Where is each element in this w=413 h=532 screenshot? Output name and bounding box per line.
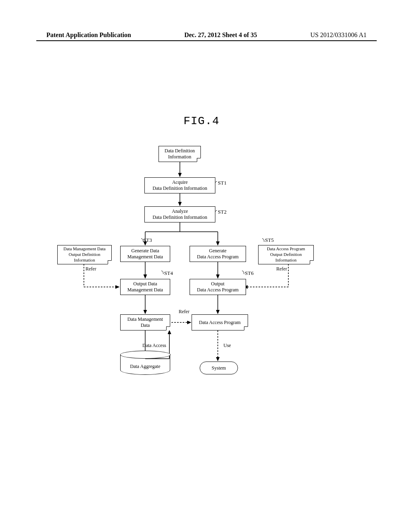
node-access-prog: Data Access Program <box>192 314 248 330</box>
node-label: Generate DataManagement Data <box>127 248 163 260</box>
doc-fold-icon <box>244 326 248 330</box>
node-label: GenerateData Access Program <box>197 248 238 260</box>
node-label: Data Aggregate <box>121 364 170 370</box>
doc-fold-icon <box>166 326 170 330</box>
header-rule <box>36 40 377 41</box>
ref-st6: ST6 <box>245 270 254 276</box>
figure-title: FIG.4 <box>184 115 219 127</box>
node-mgmt-data: Data ManagementData <box>120 314 170 330</box>
header-mid: Dec. 27, 2012 Sheet 4 of 35 <box>184 31 257 39</box>
node-label: Data Access Program <box>199 320 240 326</box>
node-gen-mgmt: Generate DataManagement Data <box>120 246 170 262</box>
label-data-access: Data Access <box>142 343 166 349</box>
cylinder-top-icon <box>120 351 171 359</box>
node-label: Data ManagementData <box>127 316 163 328</box>
header-left: Patent Application Publication <box>46 31 131 39</box>
node-label: Output DataManagement Data <box>127 281 163 293</box>
node-system: System <box>200 362 238 374</box>
flow-diagram: Data DefinitionInformation AcquireData D… <box>65 145 347 395</box>
node-label: Data Management DataOutput DefinitionInf… <box>63 246 105 263</box>
node-gen-access: GenerateData Access Program <box>190 246 246 262</box>
doc-fold-icon <box>310 260 314 264</box>
label-refer-mid: Refer <box>179 309 190 315</box>
node-label: AnalyzeData Definition Information <box>152 208 207 220</box>
node-mgmt-out-def: Data Management DataOutput DefinitionInf… <box>57 245 112 264</box>
node-label: OutputData Access Program <box>197 281 238 293</box>
label-use: Use <box>223 343 231 349</box>
ref-st2: ST2 <box>218 209 227 215</box>
label-refer-left: Refer <box>86 266 96 272</box>
node-data-definition-info: Data DefinitionInformation <box>159 146 201 162</box>
page-header: Patent Application Publication Dec. 27, … <box>0 31 413 39</box>
node-out-mgmt: Output DataManagement Data <box>120 279 170 295</box>
ref-st5: ST5 <box>265 237 274 243</box>
doc-fold-icon <box>108 260 112 264</box>
ref-st4: ST4 <box>164 270 173 276</box>
node-label: Data DefinitionInformation <box>165 148 195 160</box>
node-label: AcquireData Definition Information <box>152 179 207 191</box>
node-acquire: AcquireData Definition Information <box>144 177 215 193</box>
node-aggregate: Data Aggregate <box>120 355 170 375</box>
node-out-access: OutputData Access Program <box>190 279 246 295</box>
ref-st3: ST3 <box>143 237 152 243</box>
doc-fold-icon <box>197 158 201 162</box>
node-analyze: AnalyzeData Definition Information <box>144 206 215 222</box>
node-label: Data Access ProgramOutput DefinitionInfo… <box>267 246 305 263</box>
header-right: US 2012/0331006 A1 <box>310 31 367 39</box>
node-access-out-def: Data Access ProgramOutput DefinitionInfo… <box>258 245 314 264</box>
node-label: System <box>212 365 226 371</box>
ref-st1: ST1 <box>218 180 227 186</box>
label-refer-right: Refer <box>276 266 287 272</box>
